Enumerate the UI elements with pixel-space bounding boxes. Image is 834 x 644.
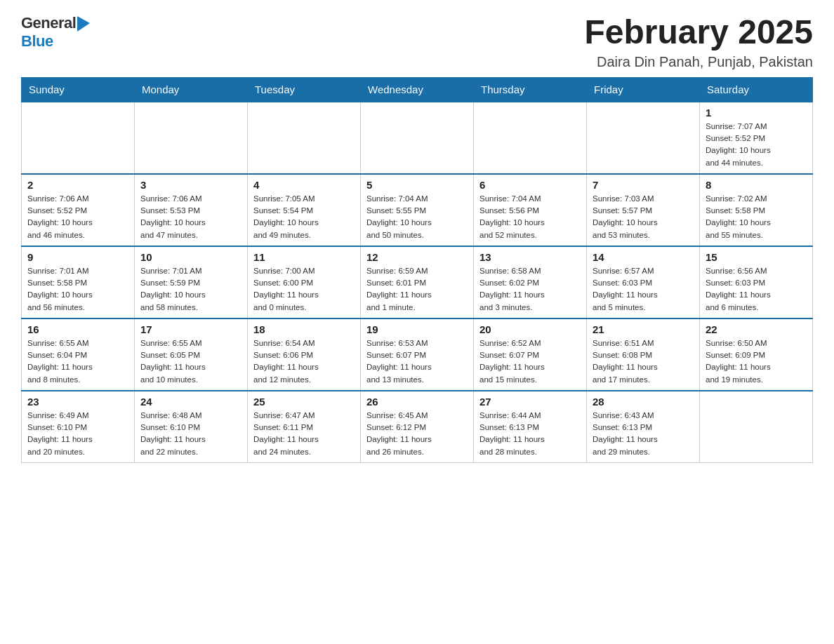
calendar-day-cell: 20Sunrise: 6:52 AM Sunset: 6:07 PM Dayli…	[474, 318, 587, 391]
day-number: 27	[479, 396, 581, 408]
day-info: Sunrise: 7:04 AM Sunset: 5:55 PM Dayligh…	[366, 193, 468, 241]
calendar-day-cell: 10Sunrise: 7:01 AM Sunset: 5:59 PM Dayli…	[135, 246, 248, 318]
day-info: Sunrise: 6:43 AM Sunset: 6:13 PM Dayligh…	[593, 410, 694, 458]
calendar-day-cell: 6Sunrise: 7:04 AM Sunset: 5:56 PM Daylig…	[474, 174, 587, 246]
day-info: Sunrise: 7:06 AM Sunset: 5:52 PM Dayligh…	[27, 193, 128, 241]
calendar-week-row: 2Sunrise: 7:06 AM Sunset: 5:52 PM Daylig…	[22, 174, 813, 246]
day-number: 7	[593, 179, 694, 191]
calendar-subtitle: Daira Din Panah, Punjab, Pakistan	[584, 54, 813, 70]
day-info: Sunrise: 6:57 AM Sunset: 6:03 PM Dayligh…	[593, 265, 694, 314]
day-number: 9	[27, 251, 128, 263]
day-number: 10	[140, 251, 241, 263]
day-info: Sunrise: 7:03 AM Sunset: 5:57 PM Dayligh…	[593, 193, 694, 241]
calendar-day-cell: 12Sunrise: 6:59 AM Sunset: 6:01 PM Dayli…	[361, 246, 474, 318]
calendar-day-cell: 3Sunrise: 7:06 AM Sunset: 5:53 PM Daylig…	[135, 174, 248, 246]
calendar-day-cell: 23Sunrise: 6:49 AM Sunset: 6:10 PM Dayli…	[22, 391, 135, 463]
day-number: 22	[706, 323, 807, 335]
day-info: Sunrise: 6:49 AM Sunset: 6:10 PM Dayligh…	[27, 410, 128, 458]
day-number: 15	[706, 251, 807, 263]
day-number: 18	[253, 323, 355, 335]
page-header: General Blue February 2025 Daira Din Pan…	[21, 14, 813, 70]
day-info: Sunrise: 6:56 AM Sunset: 6:03 PM Dayligh…	[706, 265, 807, 314]
day-number: 11	[253, 251, 355, 263]
logo-general-text: General	[21, 14, 76, 32]
logo: General Blue	[21, 14, 90, 51]
day-number: 16	[27, 323, 128, 335]
day-number: 19	[366, 323, 468, 335]
day-info: Sunrise: 6:52 AM Sunset: 6:07 PM Dayligh…	[479, 337, 581, 386]
calendar-day-cell: 27Sunrise: 6:44 AM Sunset: 6:13 PM Dayli…	[474, 391, 587, 463]
weekday-header-cell: Saturday	[700, 77, 813, 102]
day-info: Sunrise: 6:45 AM Sunset: 6:12 PM Dayligh…	[366, 410, 468, 458]
calendar-day-cell	[474, 102, 587, 174]
day-info: Sunrise: 7:06 AM Sunset: 5:53 PM Dayligh…	[140, 193, 241, 241]
calendar-table: SundayMondayTuesdayWednesdayThursdayFrid…	[21, 77, 813, 463]
day-number: 1	[706, 107, 807, 119]
calendar-week-row: 23Sunrise: 6:49 AM Sunset: 6:10 PM Dayli…	[22, 391, 813, 463]
weekday-header-cell: Friday	[587, 77, 700, 102]
day-info: Sunrise: 7:05 AM Sunset: 5:54 PM Dayligh…	[253, 193, 355, 241]
day-info: Sunrise: 7:01 AM Sunset: 5:59 PM Dayligh…	[140, 265, 241, 314]
weekday-header-cell: Tuesday	[248, 77, 361, 102]
calendar-day-cell: 18Sunrise: 6:54 AM Sunset: 6:06 PM Dayli…	[248, 318, 361, 391]
title-section: February 2025 Daira Din Panah, Punjab, P…	[584, 14, 813, 70]
day-info: Sunrise: 6:53 AM Sunset: 6:07 PM Dayligh…	[366, 337, 468, 386]
day-number: 21	[593, 323, 694, 335]
calendar-day-cell: 2Sunrise: 7:06 AM Sunset: 5:52 PM Daylig…	[22, 174, 135, 246]
day-number: 3	[140, 179, 241, 191]
calendar-day-cell	[248, 102, 361, 174]
calendar-day-cell: 1Sunrise: 7:07 AM Sunset: 5:52 PM Daylig…	[700, 102, 813, 174]
day-number: 17	[140, 323, 241, 335]
day-info: Sunrise: 7:00 AM Sunset: 6:00 PM Dayligh…	[253, 265, 355, 314]
calendar-day-cell: 22Sunrise: 6:50 AM Sunset: 6:09 PM Dayli…	[700, 318, 813, 391]
day-number: 6	[479, 179, 581, 191]
day-number: 4	[253, 179, 355, 191]
calendar-week-row: 16Sunrise: 6:55 AM Sunset: 6:04 PM Dayli…	[22, 318, 813, 391]
calendar-day-cell: 19Sunrise: 6:53 AM Sunset: 6:07 PM Dayli…	[361, 318, 474, 391]
calendar-day-cell	[587, 102, 700, 174]
day-info: Sunrise: 6:47 AM Sunset: 6:11 PM Dayligh…	[253, 410, 355, 458]
calendar-body: 1Sunrise: 7:07 AM Sunset: 5:52 PM Daylig…	[22, 102, 813, 463]
day-number: 14	[593, 251, 694, 263]
day-number: 12	[366, 251, 468, 263]
day-info: Sunrise: 7:02 AM Sunset: 5:58 PM Dayligh…	[706, 193, 807, 241]
calendar-day-cell	[22, 102, 135, 174]
calendar-day-cell: 21Sunrise: 6:51 AM Sunset: 6:08 PM Dayli…	[587, 318, 700, 391]
calendar-day-cell: 5Sunrise: 7:04 AM Sunset: 5:55 PM Daylig…	[361, 174, 474, 246]
day-info: Sunrise: 6:59 AM Sunset: 6:01 PM Dayligh…	[366, 265, 468, 314]
logo-blue-text: Blue	[21, 32, 53, 51]
day-number: 20	[479, 323, 581, 335]
day-info: Sunrise: 6:48 AM Sunset: 6:10 PM Dayligh…	[140, 410, 241, 458]
day-info: Sunrise: 6:55 AM Sunset: 6:05 PM Dayligh…	[140, 337, 241, 386]
calendar-day-cell: 4Sunrise: 7:05 AM Sunset: 5:54 PM Daylig…	[248, 174, 361, 246]
day-number: 23	[27, 396, 128, 408]
weekday-header-cell: Thursday	[474, 77, 587, 102]
day-info: Sunrise: 6:54 AM Sunset: 6:06 PM Dayligh…	[253, 337, 355, 386]
calendar-day-cell	[135, 102, 248, 174]
calendar-day-cell: 13Sunrise: 6:58 AM Sunset: 6:02 PM Dayli…	[474, 246, 587, 318]
day-number: 8	[706, 179, 807, 191]
calendar-day-cell: 17Sunrise: 6:55 AM Sunset: 6:05 PM Dayli…	[135, 318, 248, 391]
day-number: 5	[366, 179, 468, 191]
calendar-day-cell: 8Sunrise: 7:02 AM Sunset: 5:58 PM Daylig…	[700, 174, 813, 246]
calendar-title: February 2025	[584, 14, 813, 51]
weekday-header-row: SundayMondayTuesdayWednesdayThursdayFrid…	[22, 77, 813, 102]
calendar-day-cell	[361, 102, 474, 174]
calendar-day-cell: 9Sunrise: 7:01 AM Sunset: 5:58 PM Daylig…	[22, 246, 135, 318]
svg-marker-0	[77, 16, 90, 32]
calendar-day-cell: 26Sunrise: 6:45 AM Sunset: 6:12 PM Dayli…	[361, 391, 474, 463]
calendar-week-row: 1Sunrise: 7:07 AM Sunset: 5:52 PM Daylig…	[22, 102, 813, 174]
day-number: 24	[140, 396, 241, 408]
day-info: Sunrise: 7:07 AM Sunset: 5:52 PM Dayligh…	[706, 121, 807, 169]
day-number: 2	[27, 179, 128, 191]
day-number: 13	[479, 251, 581, 263]
day-info: Sunrise: 6:58 AM Sunset: 6:02 PM Dayligh…	[479, 265, 581, 314]
calendar-day-cell: 16Sunrise: 6:55 AM Sunset: 6:04 PM Dayli…	[22, 318, 135, 391]
calendar-day-cell	[700, 391, 813, 463]
day-info: Sunrise: 6:44 AM Sunset: 6:13 PM Dayligh…	[479, 410, 581, 458]
calendar-day-cell: 25Sunrise: 6:47 AM Sunset: 6:11 PM Dayli…	[248, 391, 361, 463]
day-info: Sunrise: 6:50 AM Sunset: 6:09 PM Dayligh…	[706, 337, 807, 386]
logo-arrow-icon	[77, 16, 90, 32]
calendar-week-row: 9Sunrise: 7:01 AM Sunset: 5:58 PM Daylig…	[22, 246, 813, 318]
weekday-header-cell: Wednesday	[361, 77, 474, 102]
